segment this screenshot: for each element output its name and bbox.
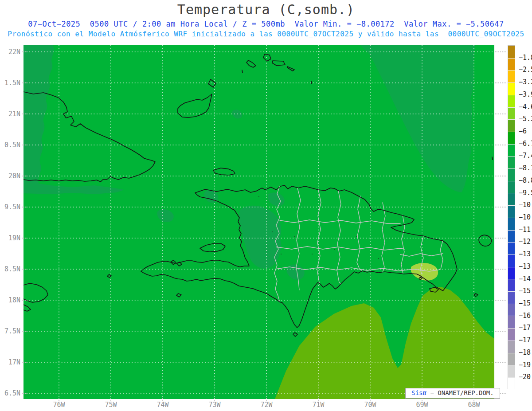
colorbar-segment xyxy=(508,156,515,168)
subtitle-model-info: Pronóstico con el Modelo Atmósferico WRF… xyxy=(0,30,532,38)
lat-tick-left xyxy=(22,145,27,145)
colorbar-segment xyxy=(508,168,515,181)
lat-label: 17N xyxy=(0,358,20,366)
lon-label: 76W xyxy=(48,401,70,409)
colorbar-segment xyxy=(508,144,515,157)
lat-tick-left xyxy=(22,362,27,363)
lat-tick-right xyxy=(495,176,506,176)
lat-tick-left xyxy=(22,300,27,301)
colorbar-segment xyxy=(508,328,515,341)
lon-label: 71W xyxy=(308,401,329,409)
lat-label: 9.5N xyxy=(0,203,20,211)
colorbar-label: −2.5 xyxy=(519,66,532,74)
map-canvas xyxy=(23,45,494,399)
colorbar-segment xyxy=(508,218,515,230)
lat-label: 20N xyxy=(0,172,20,180)
lat-label: 1.5N xyxy=(0,79,20,87)
lat-label: 19N xyxy=(0,234,20,242)
watermark-box: Sisπ − ONAMET/REP.DOM. xyxy=(405,388,500,399)
lon-tick xyxy=(162,398,163,401)
colorbar-label: −15.8 xyxy=(519,299,532,307)
lat-tick-right xyxy=(495,300,506,301)
colorbar-label: −6.7 xyxy=(519,140,532,148)
watermark-org: − ONAMET/REP.DOM. xyxy=(426,389,494,396)
colorbar-label: −13 xyxy=(519,250,531,258)
colorbar-label: −17.9 xyxy=(519,336,532,344)
colorbar-label: −7.4 xyxy=(519,152,532,160)
lon-label: 69W xyxy=(411,401,433,409)
colorbar-segment xyxy=(508,119,515,132)
lat-label: 6.5N xyxy=(0,389,20,397)
lat-tick-right xyxy=(495,82,506,83)
lat-tick-right xyxy=(495,238,506,239)
colorbar-label: −11.6 xyxy=(519,226,532,234)
temperature-shading xyxy=(23,45,494,399)
colorbar-label: −15.1 xyxy=(519,287,532,295)
colorbar-segment xyxy=(508,70,515,82)
lat-tick-left xyxy=(22,82,27,83)
colorbar-label: −1.8 xyxy=(519,54,532,62)
lon-tick xyxy=(370,398,371,401)
lat-label: 7.5N xyxy=(0,327,20,335)
lat-label: 8.5N xyxy=(0,265,20,273)
map-area xyxy=(23,45,494,399)
weather-map-page: Temperatura (C,somb.) 07−Oct−2025 0500 U… xyxy=(0,0,532,411)
lat-label: 21N xyxy=(0,110,20,118)
lat-tick-left xyxy=(22,238,27,239)
colorbar-label: −20 xyxy=(519,373,531,381)
colorbar-segment xyxy=(508,377,515,390)
colorbar-label: −10.2 xyxy=(519,201,532,209)
colorbar-label: −19.3 xyxy=(519,361,532,369)
lat-tick-right xyxy=(495,331,506,332)
colorbar-segment xyxy=(508,254,515,267)
lon-tick xyxy=(59,398,59,401)
colorbar-segment xyxy=(508,181,515,193)
colorbar-segment xyxy=(508,58,515,70)
lon-label: 74W xyxy=(152,401,173,409)
colorbar-segment xyxy=(508,291,515,304)
lon-label: 73W xyxy=(204,401,225,409)
lon-label: 68W xyxy=(463,401,485,409)
colorbar-label: −17.2 xyxy=(519,324,532,332)
colorbar-label: −14.4 xyxy=(519,275,532,283)
lat-tick-left xyxy=(22,207,27,207)
watermark-sis: Sis xyxy=(411,389,422,396)
colorbar-segment xyxy=(508,82,515,95)
colorbar-segment xyxy=(508,341,515,353)
lon-label: 75W xyxy=(100,401,121,409)
subtitle-validtime: 07−Oct−2025 0500 UTC / 2:00 am Hora Loca… xyxy=(0,20,532,28)
lat-tick-right xyxy=(495,207,506,207)
colorbar xyxy=(508,45,515,389)
colorbar-label: −13.7 xyxy=(519,262,532,270)
colorbar-segment xyxy=(508,279,515,291)
colorbar-segment xyxy=(508,267,515,279)
colorbar-segment xyxy=(508,242,515,254)
colorbar-label: −12.3 xyxy=(519,238,532,246)
colorbar-segment xyxy=(508,95,515,107)
lat-tick-right xyxy=(495,145,506,145)
colorbar-segment xyxy=(508,365,515,377)
lat-tick-right xyxy=(495,51,506,52)
colorbar-label: −18.6 xyxy=(519,348,532,356)
lon-tick xyxy=(110,398,111,401)
colorbar-segment xyxy=(508,304,515,316)
lat-tick-left xyxy=(22,269,27,270)
colorbar-segment xyxy=(508,316,515,328)
colorbar-label: −8.1 xyxy=(519,164,532,172)
page-title: Temperatura (C,somb.) xyxy=(0,2,532,17)
colorbar-segment xyxy=(508,205,515,218)
lon-tick xyxy=(214,398,215,401)
lon-label: 72W xyxy=(256,401,277,409)
colorbar-segment xyxy=(508,107,515,120)
colorbar-segment xyxy=(508,230,515,243)
lat-tick-left xyxy=(22,176,27,176)
colorbar-segment xyxy=(508,353,515,365)
lat-label: 18N xyxy=(0,296,20,304)
lat-tick-left xyxy=(22,51,27,52)
colorbar-label: −3.9 xyxy=(519,90,532,98)
lon-tick xyxy=(266,398,267,401)
colorbar-segment xyxy=(508,132,515,144)
lat-tick-right xyxy=(495,114,506,114)
lat-label: 0.5N xyxy=(0,141,20,149)
lat-tick-right xyxy=(495,362,506,363)
